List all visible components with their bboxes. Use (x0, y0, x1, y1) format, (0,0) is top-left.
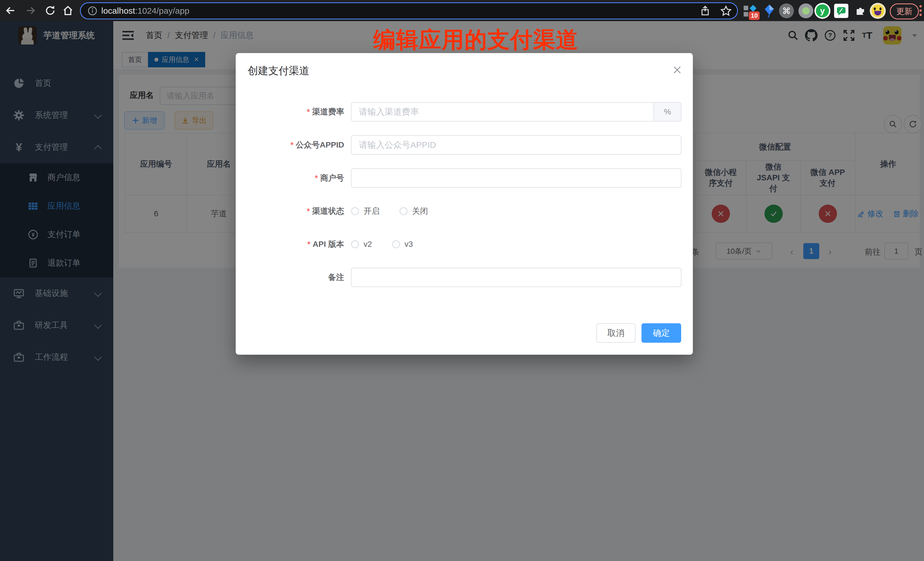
browser-update-button[interactable]: 更新 (890, 3, 919, 20)
appid-input[interactable] (351, 135, 681, 154)
radio-circle-icon (392, 240, 400, 248)
browser-forward-button[interactable] (23, 3, 38, 18)
api-radio-group: v2 v3 (351, 234, 433, 254)
browser-reload-button[interactable] (43, 3, 58, 18)
rate-field-label: *渠道费率 (236, 102, 344, 122)
remark-input[interactable] (351, 268, 681, 287)
merchant-input[interactable] (351, 168, 681, 188)
status-radio-on[interactable]: 开启 (351, 206, 380, 217)
browser-back-button[interactable] (3, 3, 18, 18)
browser-menu-icon[interactable] (920, 5, 922, 16)
extension-chat-icon[interactable] (833, 3, 849, 19)
extension-command-icon[interactable]: ⌘ (778, 3, 795, 19)
confirm-button[interactable]: 确定 (642, 323, 681, 343)
extension-emoji-icon[interactable] (870, 3, 886, 19)
browser-home-button[interactable] (60, 3, 75, 18)
radio-circle-icon (351, 207, 359, 215)
annotation-text: 编辑应用的支付渠道 (373, 25, 579, 55)
create-channel-dialog: 创建支付渠道 *渠道费率 % *公众号APPID *商户号 *渠道状态 开启 关… (236, 53, 693, 355)
extension-tabs-icon[interactable]: 10 (742, 3, 758, 19)
bookmark-star-icon[interactable] (720, 5, 732, 17)
url-host: localhost (101, 6, 135, 15)
browser-chrome: localhost:1024/pay/app 10 ⌘ y (0, 0, 924, 21)
merchant-field-label: *商户号 (236, 168, 344, 188)
url-bar[interactable]: localhost:1024/pay/app (80, 2, 738, 20)
dialog-close-icon[interactable] (672, 65, 682, 75)
extension-kite-icon[interactable] (761, 3, 777, 19)
share-icon[interactable] (699, 5, 711, 16)
extension-record-icon[interactable] (798, 3, 814, 19)
rate-input[interactable] (351, 102, 654, 122)
extension-badge: 10 (749, 11, 760, 20)
extension-y-icon[interactable]: y (814, 3, 830, 19)
status-radio-group: 开启 关闭 (351, 201, 448, 221)
api-field-label: *API 版本 (236, 234, 344, 254)
rate-suffix: % (654, 102, 681, 122)
dialog-title: 创建支付渠道 (248, 64, 309, 78)
url-path: :1024/pay/app (135, 6, 189, 15)
site-info-icon[interactable] (88, 6, 97, 16)
remark-field-label: 备注 (236, 268, 344, 287)
cancel-button[interactable]: 取消 (596, 323, 636, 343)
radio-circle-icon (351, 240, 359, 248)
api-radio-v2[interactable]: v2 (351, 240, 372, 249)
api-radio-v3[interactable]: v3 (392, 240, 413, 249)
appid-field-label: *公众号APPID (236, 135, 344, 154)
radio-circle-icon (399, 207, 408, 215)
status-radio-off[interactable]: 关闭 (399, 206, 428, 217)
extension-puzzle-icon[interactable] (853, 3, 868, 19)
rate-input-group: % (351, 102, 681, 122)
status-field-label: *渠道状态 (236, 201, 344, 221)
